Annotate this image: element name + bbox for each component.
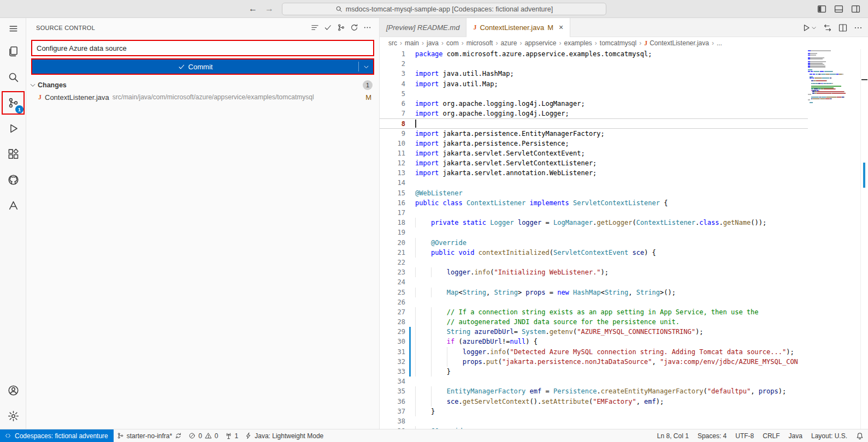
breadcrumb-item[interactable]: src: [388, 39, 397, 47]
sidebar-item-github[interactable]: [0, 167, 26, 193]
code-line[interactable]: 17: [380, 208, 808, 218]
commit-button[interactable]: Commit: [32, 59, 358, 74]
run-java-button[interactable]: [802, 23, 817, 32]
more-actions-icon[interactable]: [854, 23, 863, 32]
code-line[interactable]: 20 @Override: [380, 238, 808, 248]
breadcrumb-item[interactable]: main: [405, 39, 419, 47]
toggle-sidebar-icon[interactable]: [817, 4, 826, 14]
breadcrumb-item[interactable]: JContextListener.java: [644, 39, 709, 47]
code-line[interactable]: 18 private static Logger logger = LogMan…: [380, 218, 808, 228]
code-line[interactable]: 15@WebListener: [380, 188, 808, 198]
code-line[interactable]: 14: [380, 178, 808, 188]
code-line[interactable]: 16public class ContextListener implement…: [380, 198, 808, 208]
sidebar-item-search[interactable]: [0, 64, 26, 90]
remote-indicator[interactable]: Codespaces: fictional adventure: [0, 429, 114, 442]
java-status-indicator[interactable]: Java: Lightweight Mode: [241, 429, 327, 442]
breadcrumb-item[interactable]: appservice: [524, 39, 556, 47]
overview-cursor-mark: [861, 79, 867, 80]
code-line[interactable]: 27 // If a connection string exists as a…: [380, 307, 808, 317]
indent-guide: [415, 267, 416, 277]
code-line[interactable]: 23 logger.info("Initializing WebListener…: [380, 267, 808, 277]
view-and-sort-icon[interactable]: [311, 23, 319, 32]
split-editor-icon[interactable]: [839, 23, 847, 32]
menu-button[interactable]: [0, 18, 26, 39]
settings-button[interactable]: [0, 403, 26, 429]
code-line[interactable]: 36 sce.getServletContext().setAttribute(…: [380, 397, 808, 407]
encoding-indicator[interactable]: UTF-8: [731, 429, 758, 442]
code-line[interactable]: 7import org.apache.logging.log4j.Logger;: [380, 109, 808, 118]
close-tab-icon[interactable]: ×: [559, 23, 563, 32]
code-line[interactable]: 25 Map<String, String> props = new HashM…: [380, 288, 808, 297]
code-line[interactable]: 10import jakarta.persistence.Persistence…: [380, 139, 808, 148]
code-line[interactable]: 34: [380, 377, 808, 386]
breadcrumb-item[interactable]: examples: [564, 39, 592, 47]
code-line[interactable]: 1package com.microsoft.azure.appservice.…: [380, 49, 808, 59]
code-line[interactable]: 35 EntityManagerFactory emf = Persistenc…: [380, 386, 808, 396]
scrollbar[interactable]: [860, 49, 868, 429]
code-line[interactable]: 33 }: [380, 367, 808, 377]
tab-contextlistener[interactable]: J ContextListener.java M ×: [467, 18, 570, 37]
commit-message-input[interactable]: [32, 41, 373, 55]
sidebar-item-azure[interactable]: [0, 193, 26, 218]
refresh-icon[interactable]: [350, 23, 358, 32]
cursor-position-indicator[interactable]: Ln 8, Col 1: [653, 429, 693, 442]
breadcrumb-item[interactable]: com: [446, 39, 459, 47]
code-line[interactable]: 37 }: [380, 407, 808, 416]
more-actions-icon[interactable]: [363, 23, 371, 32]
changes-section-header[interactable]: Changes 1: [26, 79, 379, 91]
line-number: 25: [380, 288, 405, 297]
code-line[interactable]: 6import org.apache.logging.log4j.LogMana…: [380, 99, 808, 109]
account-button[interactable]: [0, 378, 26, 403]
changed-file-row[interactable]: J ContextListener.java src/main/java/com…: [26, 91, 379, 103]
breadcrumb-item[interactable]: microsoft: [467, 39, 493, 47]
code-line[interactable]: 29 String azureDbUrl= System.getenv("AZU…: [380, 327, 808, 337]
code-line[interactable]: 2: [380, 59, 808, 69]
back-icon[interactable]: ←: [249, 4, 257, 14]
code-line[interactable]: 30 if (azureDbUrl!=null) {: [380, 337, 808, 347]
code-line[interactable]: 22: [380, 258, 808, 267]
code-line[interactable]: 19: [380, 228, 808, 237]
toggle-secondary-sidebar-icon[interactable]: [851, 4, 860, 14]
breadcrumb-item[interactable]: azure: [500, 39, 517, 47]
graph-icon[interactable]: [337, 23, 345, 32]
breadcrumb-item[interactable]: tomcatmysql: [600, 39, 636, 47]
code-line[interactable]: 3import java.util.HashMap;: [380, 69, 808, 79]
code-line[interactable]: 13import jakarta.servlet.annotation.WebL…: [380, 168, 808, 178]
code-line[interactable]: 32 props.put("jakarta.persistence.nonJta…: [380, 357, 808, 367]
toggle-panel-icon[interactable]: [834, 4, 843, 14]
open-changes-icon[interactable]: [823, 23, 832, 32]
code-line[interactable]: 9import jakarta.persistence.EntityManage…: [380, 129, 808, 139]
commit-check-icon[interactable]: [324, 23, 332, 32]
indentation-indicator[interactable]: Spaces: 4: [693, 429, 731, 442]
breadcrumb-item[interactable]: ...: [717, 39, 722, 47]
gutter-spacer: [409, 148, 411, 158]
branch-indicator[interactable]: starter-no-infra*: [114, 429, 185, 442]
ports-indicator[interactable]: 1: [222, 429, 242, 442]
code-line[interactable]: 24: [380, 277, 808, 287]
code-line[interactable]: 11import jakarta.servlet.ServletContextE…: [380, 148, 808, 158]
code-line[interactable]: 4import java.util.Map;: [380, 79, 808, 89]
keyboard-layout-indicator[interactable]: Layout: U.S.: [807, 429, 852, 442]
code-line[interactable]: 26: [380, 297, 808, 307]
code-line[interactable]: 38: [380, 416, 808, 426]
sidebar-item-run-debug[interactable]: [0, 116, 26, 141]
commit-dropdown-button[interactable]: [359, 59, 373, 74]
code-line[interactable]: 21 public void contextInitialized(Servle…: [380, 248, 808, 258]
code-line[interactable]: 5: [380, 89, 808, 99]
tab-readme[interactable]: [Preview] README.md: [380, 18, 467, 37]
sidebar-item-source-control[interactable]: 1: [0, 90, 26, 116]
breadcrumb-item[interactable]: java: [427, 39, 439, 47]
eol-indicator[interactable]: CRLF: [758, 429, 784, 442]
code-line[interactable]: 12import jakarta.servlet.ServletContextL…: [380, 158, 808, 168]
problems-indicator[interactable]: 0 0: [185, 429, 221, 442]
code-line[interactable]: 31 logger.info("Detected Azure MySQL con…: [380, 347, 808, 357]
code-line[interactable]: 8: [380, 118, 808, 128]
forward-icon[interactable]: →: [265, 4, 274, 14]
sidebar-item-explorer[interactable]: [0, 39, 26, 64]
sidebar-item-extensions[interactable]: [0, 141, 26, 167]
code-line[interactable]: 28 // autogenerated JNDI data source for…: [380, 317, 808, 327]
minimap[interactable]: [808, 50, 860, 104]
command-center-search[interactable]: msdocs-tomcat-mysql-sample-app [Codespac…: [282, 3, 606, 15]
notifications-button[interactable]: [852, 429, 868, 442]
language-indicator[interactable]: Java: [784, 429, 807, 442]
